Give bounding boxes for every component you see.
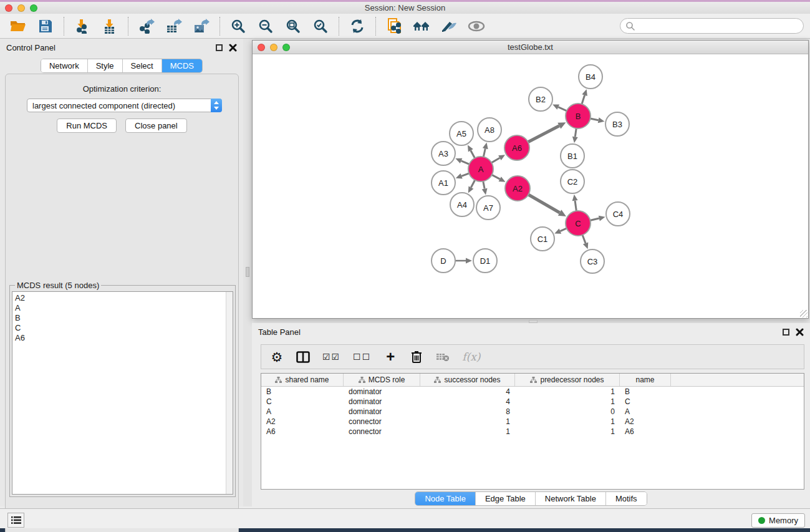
- result-item[interactable]: A6: [15, 333, 223, 343]
- settings-gear-icon[interactable]: ⚙: [270, 347, 284, 366]
- zoom-fit-icon[interactable]: [282, 16, 304, 36]
- result-item[interactable]: A: [15, 303, 223, 313]
- export-network-icon[interactable]: [136, 16, 157, 36]
- network-canvas[interactable]: AA1A3A4A5A7A8A6A2BB1B2B3B4CC1C2C3C4DD1: [253, 54, 808, 318]
- graph-node-C[interactable]: C: [566, 211, 591, 236]
- deselect-all-icon[interactable]: ☐☐: [353, 347, 371, 366]
- table-cell: 4: [420, 387, 515, 396]
- graph-node-B[interactable]: B: [566, 104, 591, 128]
- result-item[interactable]: C: [15, 323, 223, 333]
- result-item[interactable]: B: [15, 313, 223, 323]
- graph-node-A7[interactable]: A7: [476, 196, 500, 220]
- import-network-icon[interactable]: [72, 16, 93, 36]
- column-header-successor-nodes[interactable]: successor nodes: [420, 374, 515, 386]
- tab-style[interactable]: Style: [88, 59, 123, 72]
- network-view-window: testGlobe.txt AA1A3A4A5A7A8A6A2BB1B2B3B4…: [252, 40, 809, 319]
- graph-node-A6[interactable]: A6: [504, 135, 529, 160]
- tab-network-table[interactable]: Network Table: [536, 492, 606, 505]
- mcds-result-group: MCDS result (5 nodes) A2ABCA6: [9, 285, 236, 497]
- graph-node-B1[interactable]: B1: [561, 144, 584, 168]
- table-row[interactable]: A2connector11A2: [261, 417, 804, 427]
- svg-text:C4: C4: [613, 210, 624, 219]
- float-table-panel-icon[interactable]: [783, 329, 789, 336]
- tab-select[interactable]: Select: [123, 59, 162, 72]
- node-table[interactable]: shared nameMCDS rolesuccessor nodesprede…: [261, 373, 804, 490]
- float-panel-icon[interactable]: [216, 44, 223, 51]
- graph-node-A1[interactable]: A1: [432, 171, 455, 195]
- control-panel: Control Panel NetworkStyleSelectMCDS Opt…: [0, 39, 243, 506]
- close-table-panel-icon[interactable]: [796, 328, 804, 336]
- add-column-icon[interactable]: +: [383, 347, 397, 366]
- graph-node-C3[interactable]: C3: [581, 249, 604, 273]
- table-row[interactable]: A6connector11A6: [261, 427, 804, 437]
- tab-node-table[interactable]: Node Table: [415, 492, 476, 505]
- result-item[interactable]: A2: [15, 293, 223, 303]
- graph-node-A[interactable]: A: [468, 157, 493, 181]
- select-spinner-icon[interactable]: [211, 99, 222, 112]
- column-header-predecessor-nodes[interactable]: predecessor nodes: [515, 374, 620, 386]
- zoom-selected-icon[interactable]: [310, 16, 331, 36]
- table-panel: Table Panel ⚙☑☑☐☐+f(x) shared nameMCDS r…: [252, 323, 810, 506]
- criterion-select[interactable]: largest connected component (directed): [27, 99, 222, 112]
- graph-node-C4[interactable]: C4: [606, 202, 630, 226]
- graph-node-A2[interactable]: A2: [505, 176, 530, 201]
- column-type-icon: [530, 377, 537, 383]
- tab-edge-table[interactable]: Edge Table: [476, 492, 536, 505]
- column-header-MCDS-role[interactable]: MCDS role: [344, 374, 420, 386]
- vertical-split-handle[interactable]: [246, 267, 249, 277]
- eye-icon[interactable]: [466, 16, 487, 36]
- tab-network[interactable]: Network: [41, 59, 88, 72]
- graph-node-B3[interactable]: B3: [605, 112, 629, 136]
- column-header-shared-name[interactable]: shared name: [261, 374, 344, 386]
- result-scrollbar[interactable]: [226, 292, 233, 494]
- split-panel-icon[interactable]: [296, 347, 310, 366]
- table-cell: A: [620, 407, 671, 416]
- graph-node-B4[interactable]: B4: [579, 65, 602, 89]
- close-panel-icon[interactable]: [229, 44, 237, 52]
- graph-node-A4[interactable]: A4: [450, 193, 474, 216]
- network-window-titlebar[interactable]: testGlobe.txt: [253, 41, 808, 54]
- svg-text:A4: A4: [457, 200, 467, 210]
- duplicate-network-icon[interactable]: [383, 16, 405, 36]
- table-cell: dominator: [344, 387, 420, 396]
- graph-node-A5[interactable]: A5: [450, 122, 473, 145]
- folder-open-icon[interactable]: [7, 16, 29, 36]
- svg-text:B2: B2: [536, 95, 546, 104]
- tab-motifs[interactable]: Motifs: [606, 492, 647, 505]
- show-hide-graphics-icon[interactable]: [438, 16, 460, 36]
- zoom-out-icon[interactable]: [255, 16, 276, 36]
- table-header-row: shared nameMCDS rolesuccessor nodesprede…: [261, 374, 804, 387]
- overview-icon[interactable]: [411, 16, 432, 36]
- graph-node-C1[interactable]: C1: [531, 227, 554, 251]
- mcds-result-list[interactable]: A2ABCA6: [12, 291, 233, 495]
- graph-node-D1[interactable]: D1: [473, 249, 497, 273]
- select-all-icon[interactable]: ☑☑: [322, 347, 340, 366]
- save-icon[interactable]: [35, 16, 56, 36]
- table-cell: 4: [420, 397, 515, 406]
- memory-button[interactable]: Memory: [751, 513, 805, 528]
- delete-column-icon[interactable]: [410, 347, 423, 366]
- zoom-in-icon[interactable]: [228, 16, 249, 36]
- export-image-icon[interactable]: [191, 16, 212, 36]
- tab-mcds[interactable]: MCDS: [162, 59, 202, 72]
- export-table-icon[interactable]: [163, 16, 185, 36]
- table-row[interactable]: Cdominator41C: [261, 397, 804, 407]
- graph-node-A8[interactable]: A8: [478, 118, 501, 142]
- column-header-name[interactable]: name: [620, 374, 671, 386]
- search-input[interactable]: [620, 18, 804, 34]
- refresh-icon[interactable]: [347, 16, 368, 36]
- resize-grip-icon[interactable]: [800, 310, 808, 317]
- close-panel-button[interactable]: Close panel: [125, 118, 187, 133]
- status-bar: Memory: [0, 508, 810, 528]
- graph-node-B2[interactable]: B2: [529, 87, 552, 111]
- run-mcds-button[interactable]: Run MCDS: [57, 118, 117, 133]
- graph-node-D[interactable]: D: [432, 249, 455, 273]
- table-row[interactable]: Adominator80A: [261, 407, 804, 417]
- svg-text:B4: B4: [586, 72, 595, 82]
- graph-node-C2[interactable]: C2: [561, 170, 584, 193]
- table-row[interactable]: Bdominator41B: [261, 387, 804, 397]
- task-history-button[interactable]: [7, 513, 24, 528]
- table-cell: A6: [261, 427, 344, 436]
- graph-node-A3[interactable]: A3: [432, 142, 455, 165]
- import-table-icon[interactable]: [99, 16, 120, 36]
